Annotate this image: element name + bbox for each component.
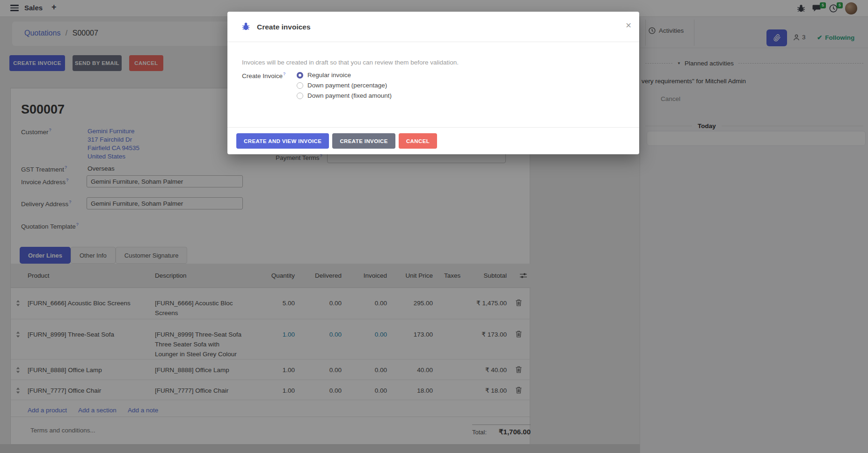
radio-unselected-icon[interactable] — [297, 93, 303, 99]
close-icon[interactable]: ✕ — [626, 21, 632, 30]
modal-title: Create invoices — [257, 23, 311, 31]
create-and-view-invoice-button[interactable]: CREATE AND VIEW INVOICE — [236, 133, 329, 149]
radio-down-payment-fixed[interactable]: Down payment (fixed amount) — [297, 92, 392, 99]
radio-regular-invoice[interactable]: Regular invoice — [297, 72, 351, 79]
modal-cancel-button[interactable]: CANCEL — [399, 133, 437, 149]
radio-selected-icon[interactable] — [297, 72, 303, 79]
help-marker: ? — [283, 72, 285, 76]
create-invoice-field-label: Create Invoice? — [242, 72, 285, 79]
modal-header: Create invoices ✕ — [227, 12, 639, 42]
radio-down-payment-percentage[interactable]: Down payment (percentage) — [297, 82, 387, 89]
create-invoices-modal: Create invoices ✕ Invoices will be creat… — [227, 12, 639, 154]
modal-footer: CREATE AND VIEW INVOICE CREATE INVOICE C… — [227, 127, 639, 154]
modal-info-text: Invoices will be created in draft so tha… — [242, 59, 459, 66]
bug-icon — [242, 22, 250, 33]
app-root: Sales + 5 5 Quotations / S00007 CREATE I… — [0, 0, 868, 453]
radio-unselected-icon[interactable] — [297, 82, 303, 89]
modal-create-invoice-button[interactable]: CREATE INVOICE — [332, 133, 395, 149]
